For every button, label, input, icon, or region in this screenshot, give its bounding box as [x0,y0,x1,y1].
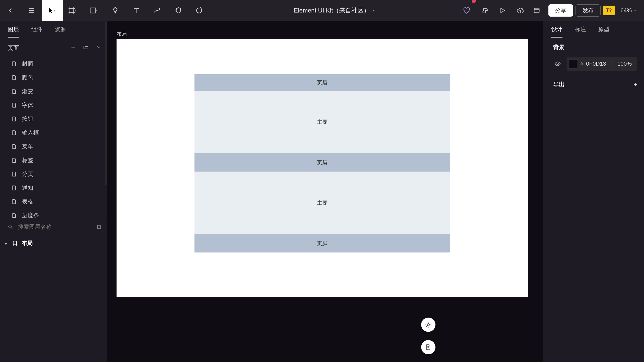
locate-layer-icon[interactable] [95,224,101,230]
user-badge[interactable]: T? [603,6,615,15]
page-label: 菜单 [22,143,33,150]
search-icon [8,224,13,230]
play-button[interactable] [495,0,510,21]
page-item[interactable]: 通知 [0,181,107,195]
caret-down-icon: ▾ [75,9,76,12]
background-section-label: 背景 [553,44,637,51]
add-export-button[interactable]: + [634,80,637,88]
left-panel-tabs: 图层 组件 资源 [0,21,107,38]
svg-point-35 [557,63,559,65]
menu-button[interactable] [21,0,42,21]
right-panel-tabs: 设计 标注 原型 [543,21,644,38]
page-item[interactable]: 输入框 [0,126,107,140]
pen-tool-button[interactable] [105,0,126,21]
page-item[interactable]: 封面 [0,57,107,71]
svg-line-17 [11,227,12,229]
tab-annotate[interactable]: 标注 [575,26,586,38]
background-row: # 0F0D13 100% [553,57,637,71]
page-item[interactable]: 按钮 [0,112,107,126]
caret-down-icon: ▾ [539,9,540,12]
tab-prototype[interactable]: 原型 [598,26,610,38]
topbar-left: ▾ ▾ ▾ [0,0,210,21]
opacity-value[interactable]: 100% [615,61,634,67]
layout-block-header[interactable]: 页眉 [194,74,450,91]
layout-view-button[interactable]: ▾ [531,0,546,21]
page-item[interactable]: 进度条 [0,209,107,219]
pages-header-label: 页面 [8,44,19,52]
color-swatch[interactable] [569,59,578,68]
layout-block-main[interactable]: 主要 [194,172,450,234]
page-label: 字体 [22,101,33,109]
add-page-button[interactable] [70,44,76,52]
floating-buttons [421,318,435,354]
expand-chevron-icon[interactable]: ▸ [5,241,9,245]
visibility-toggle[interactable] [553,59,562,68]
layout-block-footer[interactable]: 页脚 [194,234,450,252]
page-item[interactable]: 渐变 [0,85,107,98]
background-color-input[interactable]: # 0F0D13 100% [567,57,637,71]
layer-search-input[interactable] [18,224,90,230]
color-hex[interactable]: 0F0D13 [586,61,610,67]
layout-demo: 页眉 主要 页眉 主要 页脚 [194,74,450,252]
svg-rect-18 [98,225,100,229]
folder-button[interactable] [83,44,89,52]
page-item[interactable]: 分页 [0,167,107,181]
svg-rect-7 [90,8,95,13]
tab-design[interactable]: 设计 [551,26,562,38]
layer-label: 布局 [21,239,33,247]
layer-item-root[interactable]: ▸ 布局 [0,236,107,250]
frame-tool-button[interactable]: ▾ [63,0,84,21]
text-tool-button[interactable] [126,0,147,21]
caret-down-icon: ▾ [373,8,375,13]
page-label: 按钮 [22,115,33,123]
page-label: 分页 [22,170,33,178]
caret-down-icon: ▾ [96,9,97,12]
document-title-text: Element UI Kit（来自社区） [294,6,370,15]
plugins-button[interactable] [477,0,492,21]
frame-label[interactable]: 布局 [117,31,127,38]
zoom-value: 64% [620,7,632,14]
page-item[interactable]: 标签 [0,153,107,167]
page-item[interactable]: 字体 [0,98,107,112]
hand-tool-button[interactable] [168,0,189,21]
svg-line-29 [426,323,427,323]
page-label: 标签 [22,156,33,164]
zoom-control[interactable]: 64% ▾ [617,7,639,14]
tab-components[interactable]: 组件 [31,26,42,38]
svg-line-31 [426,326,427,327]
page-item[interactable]: 颜色 [0,71,107,85]
shape-tool-button[interactable]: ▾ [84,0,105,21]
svg-line-32 [430,323,430,323]
publish-button[interactable]: 发布 [576,4,601,17]
move-tool-button[interactable]: ▾ [42,0,63,21]
share-button[interactable]: 分享 [548,4,573,17]
layout-block-main[interactable]: 主要 [194,91,450,153]
pages-scrollbar[interactable] [105,21,107,185]
canvas[interactable]: 布局 页眉 主要 页眉 主要 页脚 [107,21,543,362]
topbar: ▾ ▾ ▾ Element UI Kit（来自社区） ▾ [0,0,644,21]
tab-assets[interactable]: 资源 [55,26,66,38]
layer-search-row [0,219,107,235]
tab-layers[interactable]: 图层 [8,26,19,38]
notifications-button[interactable] [459,0,474,21]
caret-down-icon: ▾ [54,9,55,12]
back-button[interactable] [0,0,21,21]
page-item[interactable]: 菜单 [0,140,107,153]
page-label: 进度条 [22,212,39,219]
layout-block-header[interactable]: 页眉 [194,153,450,172]
hash-prefix: # [580,61,583,67]
page-item[interactable]: 表格 [0,195,107,209]
pages-header-actions [70,44,101,52]
feedback-button[interactable] [421,340,435,354]
document-title[interactable]: Element UI Kit（来自社区） ▾ [210,6,459,15]
page-label: 输入框 [22,129,39,137]
svg-rect-12 [534,8,539,13]
theme-toggle-button[interactable] [421,318,435,332]
svg-marker-11 [501,8,504,13]
artboard[interactable]: 页眉 主要 页眉 主要 页脚 [117,39,528,297]
collapse-pages-button[interactable] [96,44,101,52]
cloud-upload-button[interactable] [513,0,528,21]
svg-point-16 [9,225,12,228]
connector-tool-button[interactable] [147,0,168,21]
comment-tool-button[interactable] [189,0,210,21]
